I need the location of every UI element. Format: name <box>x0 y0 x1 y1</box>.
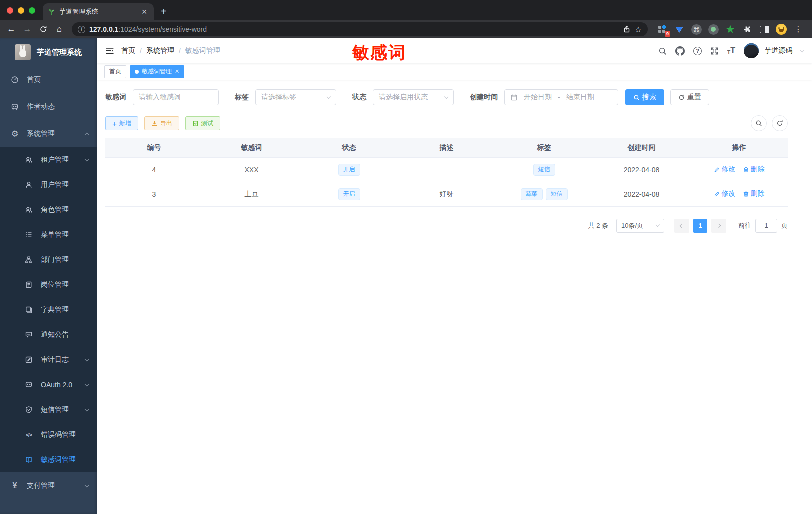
status-label: 状态 <box>352 93 366 102</box>
cell-id: 4 <box>106 157 203 182</box>
breadcrumb-item: 敏感词管理 <box>186 46 220 55</box>
home-button[interactable]: ⌂ <box>52 22 67 36</box>
user-menu-caret-icon[interactable] <box>800 48 804 52</box>
toggle-search-button[interactable] <box>751 115 767 131</box>
search-icon[interactable] <box>658 47 667 55</box>
export-button[interactable]: 导出 <box>144 116 180 130</box>
prev-page-button[interactable] <box>674 219 690 233</box>
back-button[interactable]: ← <box>4 22 19 36</box>
github-icon[interactable] <box>676 46 685 56</box>
refresh-button[interactable] <box>772 115 788 131</box>
browser-menu-icon[interactable]: ⋮ <box>793 24 804 35</box>
sidebar-item-error-code[interactable]: </>错误码管理 <box>0 422 98 447</box>
forward-button[interactable]: → <box>20 22 35 36</box>
browser-tab[interactable]: 芋道管理系统 ✕ <box>43 3 154 20</box>
status-tag: 开启 <box>338 164 360 176</box>
sidebar-item-label: 菜单管理 <box>41 230 69 239</box>
url-bar[interactable]: i 127.0.0.1:1024/system/sensitive-word ☆ <box>72 22 648 36</box>
test-button[interactable]: 测试 <box>186 116 220 130</box>
sidebar-item-author-dynamics[interactable]: 作者动态 <box>0 93 98 120</box>
sidebar-item-sensitive-word[interactable]: 敏感词管理 <box>0 447 98 472</box>
vue-devtools-extension-icon[interactable] <box>674 24 685 35</box>
sidebar-item-post[interactable]: 岗位管理 <box>0 272 98 297</box>
page-size-select[interactable]: 10条/页 <box>616 219 664 233</box>
page-unit: 页 <box>782 221 788 230</box>
reload-button[interactable] <box>36 22 51 36</box>
label-tag: 蔬菜 <box>521 188 543 200</box>
sidebar-toggle-icon[interactable] <box>106 46 114 55</box>
tags-view-tab[interactable]: 敏感词管理✕ <box>130 65 184 78</box>
date-range-input[interactable]: 开始日期 - 结束日期 <box>504 89 618 105</box>
bookmark-star-icon[interactable]: ☆ <box>635 25 642 34</box>
sidebar-item-tenant[interactable]: 租户管理 <box>0 147 98 172</box>
sidebar: 芋道管理系统 首页作者动态⚙系统管理租户管理用户管理角色管理菜单管理部门管理岗位… <box>0 38 98 514</box>
oauth-icon <box>24 381 34 389</box>
sidebar-item-audit-log[interactable]: 审计日志 <box>0 347 98 372</box>
font-size-icon[interactable]: TT <box>728 46 736 55</box>
sidebar-item-payment[interactable]: ¥支付管理 <box>0 472 98 499</box>
role-icon <box>24 206 34 214</box>
share-icon[interactable] <box>623 25 631 33</box>
user-avatar[interactable] <box>744 43 759 58</box>
tag-close-icon[interactable]: ✕ <box>175 68 180 75</box>
sidebar-item-dictionary[interactable]: 字典管理 <box>0 297 98 322</box>
tab-title: 芋道管理系统 <box>60 7 136 16</box>
new-tab-button[interactable]: + <box>161 6 167 17</box>
reset-button[interactable]: 重置 <box>670 89 710 105</box>
keyword-input[interactable]: 请输入敏感词 <box>133 89 219 105</box>
tag-select[interactable]: 请选择标签 <box>256 89 336 105</box>
tags-view: 首页敏感词管理✕ <box>98 63 812 80</box>
gear-icon: ⚙ <box>10 130 20 138</box>
sidebar-item-label: 作者动态 <box>27 102 55 111</box>
command-extension-icon[interactable]: ⌘ <box>691 24 702 35</box>
breadcrumb-item[interactable]: 系统管理 <box>146 46 174 55</box>
sidebar-item-label: 系统管理 <box>27 129 55 138</box>
sidebar-item-role[interactable]: 角色管理 <box>0 197 98 222</box>
tab-close-icon[interactable]: ✕ <box>140 8 149 16</box>
fullscreen-icon[interactable] <box>710 47 719 55</box>
next-page-button[interactable] <box>712 219 726 233</box>
delete-link[interactable]: 删除 <box>743 165 765 174</box>
breadcrumb-item[interactable]: 首页 <box>122 46 136 55</box>
post-icon <box>24 281 34 289</box>
sidebar-item-sms[interactable]: 短信管理 <box>0 397 98 422</box>
status-select[interactable]: 请选择启用状态 <box>373 89 454 105</box>
cell-word: 土豆 <box>203 182 300 206</box>
profile-avatar-emoji[interactable] <box>776 24 787 35</box>
navbar-tools: ? TT 芋道源码 <box>658 43 804 58</box>
tab-manager-extension-icon[interactable]: 9 <box>657 24 668 35</box>
goto-page-input[interactable]: 1 <box>756 219 778 233</box>
add-button[interactable]: + 新增 <box>106 116 138 130</box>
username[interactable]: 芋道源码 <box>764 46 792 55</box>
site-info-icon[interactable]: i <box>78 26 86 33</box>
cell-word: XXX <box>203 157 300 182</box>
sensitive-word-icon <box>24 456 34 464</box>
sidebar-item-notice[interactable]: 通知公告 <box>0 322 98 347</box>
pinia-extension-icon[interactable]: ★ <box>725 24 736 35</box>
chevron-down-icon <box>327 94 331 98</box>
app-logo[interactable]: 芋道管理系统 <box>0 38 98 66</box>
sidebar-item-user[interactable]: 用户管理 <box>0 172 98 197</box>
search-button[interactable]: 搜索 <box>626 89 664 105</box>
page-number-button[interactable]: 1 <box>694 219 708 233</box>
minimize-window-button[interactable] <box>18 7 24 14</box>
sidebar-item-department[interactable]: 部门管理 <box>0 247 98 272</box>
help-icon[interactable]: ? <box>694 47 702 55</box>
close-window-button[interactable] <box>7 7 14 14</box>
tags-view-tab[interactable]: 首页 <box>104 65 126 78</box>
sidebar-item-dashboard[interactable]: 首页 <box>0 66 98 93</box>
recorder-extension-icon[interactable] <box>708 24 719 35</box>
extensions-puzzle-icon[interactable] <box>742 24 753 35</box>
sidebar-item-oauth[interactable]: OAuth 2.0 <box>0 372 98 397</box>
browser-chrome: 芋道管理系统 ✕ + ← → ⌂ i 127.0.0.1:1024/system… <box>0 0 812 38</box>
sidebar-item-menu-tree[interactable]: 菜单管理 <box>0 222 98 247</box>
delete-link[interactable]: 删除 <box>743 189 765 198</box>
edit-link[interactable]: 修改 <box>714 189 736 198</box>
sidebar-item-label: 敏感词管理 <box>41 455 76 464</box>
zoom-window-button[interactable] <box>29 7 36 14</box>
cell-status: 开启 <box>300 157 398 182</box>
edit-link[interactable]: 修改 <box>714 165 736 174</box>
side-panel-icon[interactable] <box>759 24 770 35</box>
dictionary-icon <box>24 306 34 314</box>
sidebar-item-gear[interactable]: ⚙系统管理 <box>0 120 98 147</box>
